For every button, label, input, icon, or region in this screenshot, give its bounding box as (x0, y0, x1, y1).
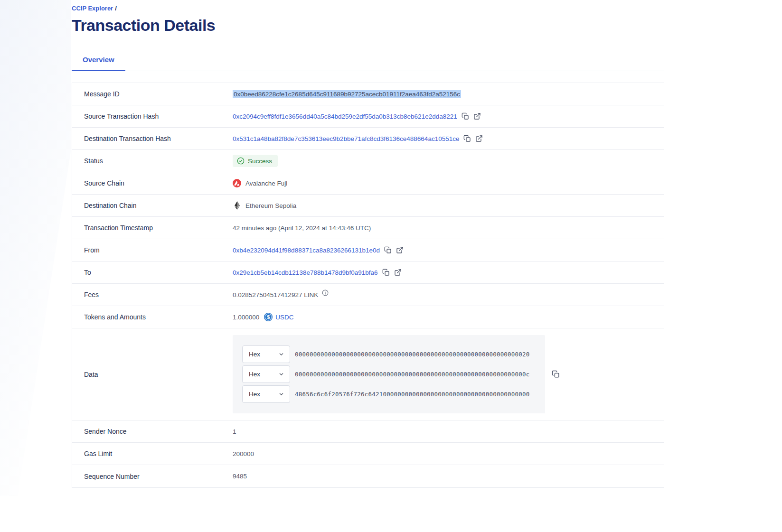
hex-select-label: Hex (249, 391, 260, 398)
transaction-details-table: Message ID 0x0beed86228cfe1c2685d645c911… (72, 83, 664, 488)
data-hex-value: 0000000000000000000000000000000000000000… (295, 371, 529, 378)
timestamp-label: Transaction Timestamp (72, 224, 233, 232)
background-decoration (0, 0, 71, 496)
success-check-icon (237, 157, 245, 165)
source-tx-hash-link[interactable]: 0xc2094c9eff8fdf1e3656dd40a5c84bd259e2df… (233, 113, 457, 120)
message-id-label: Message ID (72, 90, 233, 98)
external-link-icon[interactable] (473, 112, 481, 120)
row-fees: Fees 0.028527504517412927 LINK (72, 284, 664, 306)
to-address-link[interactable]: 0x29e1cb5eb14cdb12138e788b1478d9bf0a91bf… (233, 269, 378, 276)
gas-limit-label: Gas Limit (72, 450, 233, 457)
source-chain-label: Source Chain (72, 179, 233, 187)
row-gas-limit: Gas Limit 200000 (72, 443, 664, 465)
dest-tx-label: Destination Transaction Hash (72, 135, 233, 142)
fees-value: 0.028527504517412927 LINK (233, 291, 318, 299)
copy-icon[interactable] (382, 269, 390, 276)
hex-select-label: Hex (249, 371, 260, 378)
tab-overview[interactable]: Overview (72, 56, 125, 71)
hex-format-select[interactable]: Hex (242, 345, 290, 363)
row-transaction-timestamp: Transaction Timestamp 42 minutes ago (Ap… (72, 217, 664, 239)
row-to: To 0x29e1cb5eb14cdb12138e788b1478d9bf0a9… (72, 261, 664, 284)
copy-icon[interactable] (552, 370, 560, 378)
data-hex-value: 48656c6c6f20576f726c64210000000000000000… (295, 391, 529, 398)
token-symbol-link[interactable]: USDC (275, 314, 293, 321)
external-link-icon[interactable] (475, 135, 483, 142)
breadcrumb-ccip-explorer-link[interactable]: CCIP Explorer (72, 5, 113, 12)
row-data: Data Hex 0000000000000000000000000000000… (72, 328, 664, 420)
copy-icon[interactable] (462, 112, 469, 120)
gas-limit-value: 200000 (233, 450, 254, 457)
row-sender-nonce: Sender Nonce 1 (72, 420, 664, 443)
sender-nonce-value: 1 (233, 428, 236, 435)
sequence-number-value: 9485 (233, 473, 247, 480)
row-message-id: Message ID 0x0beed86228cfe1c2685d645c911… (72, 83, 664, 105)
row-source-transaction-hash: Source Transaction Hash 0xc2094c9eff8fdf… (72, 105, 664, 128)
row-source-chain: Source Chain Avalanche Fuji (72, 172, 664, 195)
status-label: Status (72, 157, 233, 165)
data-hex-box: Hex 000000000000000000000000000000000000… (233, 335, 545, 413)
ethereum-icon (233, 201, 241, 210)
to-label: To (72, 269, 233, 276)
dest-tx-hash-link[interactable]: 0x531c1a48ba82f8de7c353613eec9b2bbe71afc… (233, 135, 459, 142)
copy-icon[interactable] (463, 135, 471, 142)
row-status: Status Success (72, 150, 664, 172)
token-amount: 1.000000 (233, 314, 259, 321)
source-chain-name: Avalanche Fuji (245, 180, 287, 187)
sender-nonce-label: Sender Nonce (72, 428, 233, 435)
from-address-link[interactable]: 0xb4e232094d41f98d88371ca8a8236266131b1e… (233, 247, 380, 254)
status-badge-text: Success (248, 158, 272, 165)
row-destination-transaction-hash: Destination Transaction Hash 0x531c1a48b… (72, 128, 664, 150)
row-from: From 0xb4e232094d41f98d88371ca8a82362661… (72, 239, 664, 261)
external-link-icon[interactable] (394, 269, 402, 276)
timestamp-value: 42 minutes ago (April 12, 2024 at 14:43:… (233, 224, 371, 232)
data-label: Data (72, 371, 233, 378)
avalanche-icon (233, 179, 241, 187)
usdc-coin-icon: $ (264, 313, 273, 321)
message-id-value[interactable]: 0x0beed86228cfe1c2685d645c911689b92725ac… (233, 90, 461, 98)
tab-bar: Overview (72, 56, 664, 71)
row-tokens-and-amounts: Tokens and Amounts 1.000000 $ USDC (72, 306, 664, 328)
hex-format-select[interactable]: Hex (242, 385, 290, 403)
data-line: Hex 000000000000000000000000000000000000… (242, 345, 545, 363)
page-title: Transaction Details (72, 16, 664, 35)
breadcrumb-separator: / (115, 5, 117, 12)
data-line: Hex 48656c6c6f20576f726c6421000000000000… (242, 385, 545, 403)
from-label: From (72, 246, 233, 254)
chevron-down-icon (278, 351, 284, 357)
info-icon[interactable] (322, 289, 329, 296)
hex-select-label: Hex (249, 351, 260, 358)
tokens-label: Tokens and Amounts (72, 313, 233, 321)
row-sequence-number: Sequence Number 9485 (72, 465, 664, 487)
status-badge: Success (233, 155, 278, 167)
breadcrumb: CCIP Explorer/ (72, 5, 664, 12)
chevron-down-icon (278, 371, 284, 377)
dest-chain-name: Ethereum Sepolia (245, 202, 296, 209)
hex-format-select[interactable]: Hex (242, 365, 290, 383)
external-link-icon[interactable] (396, 246, 404, 254)
fees-label: Fees (72, 291, 233, 299)
copy-icon[interactable] (384, 246, 392, 254)
row-destination-chain: Destination Chain Ethereum Sepolia (72, 195, 664, 217)
sequence-number-label: Sequence Number (72, 473, 233, 480)
chevron-down-icon (278, 391, 284, 397)
data-line: Hex 000000000000000000000000000000000000… (242, 365, 545, 383)
main-content: CCIP Explorer/ Transaction Details Overv… (72, 0, 664, 488)
dest-chain-label: Destination Chain (72, 202, 233, 209)
data-hex-value: 0000000000000000000000000000000000000000… (295, 351, 529, 358)
source-tx-label: Source Transaction Hash (72, 112, 233, 120)
